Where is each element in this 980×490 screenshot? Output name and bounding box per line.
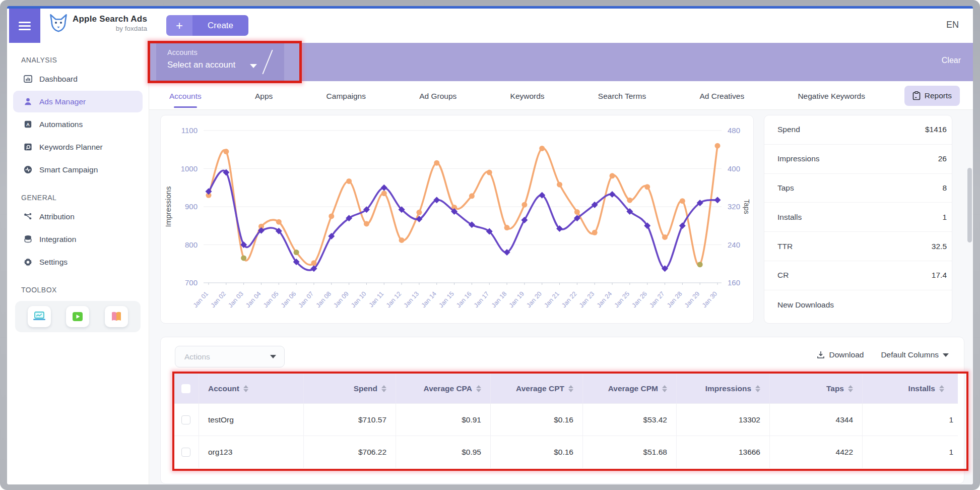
create-button[interactable]: + Create xyxy=(166,15,248,36)
tab-accounts[interactable]: Accounts xyxy=(167,83,204,108)
tab-apps[interactable]: Apps xyxy=(253,83,275,108)
marker-impressions[interactable] xyxy=(592,230,598,235)
sidebar-item-ads-manager[interactable]: Ads Manager xyxy=(13,91,143,112)
column-header-taps[interactable]: Taps xyxy=(770,374,863,403)
x-axis-tick-label: Jan 14 xyxy=(420,290,438,309)
x-axis-tick-label: Jan 03 xyxy=(227,290,245,309)
marker-taps[interactable] xyxy=(714,197,721,203)
right-axis-tick-label: 320 xyxy=(728,202,740,211)
sidebar-item-keywords-planner[interactable]: Keywords Planner xyxy=(13,136,143,158)
sidebar-item-settings[interactable]: Settings xyxy=(13,251,143,273)
tab-campaigns[interactable]: Campaigns xyxy=(324,83,368,108)
tab-search-terms[interactable]: Search Terms xyxy=(596,83,648,108)
stat-label: CR xyxy=(777,271,789,280)
tab-ad-creatives[interactable]: Ad Creatives xyxy=(697,83,746,108)
marker-impressions[interactable] xyxy=(399,237,405,243)
sort-icon[interactable] xyxy=(243,385,248,392)
marker-impressions[interactable] xyxy=(294,250,299,255)
sidebar-item-label: Ads Manager xyxy=(39,97,86,106)
marker-impressions[interactable] xyxy=(241,255,246,261)
x-axis-tick-label: Jan 26 xyxy=(630,290,648,309)
marker-impressions[interactable] xyxy=(680,198,685,204)
account-select-dropdown[interactable]: Accounts Select an account xyxy=(156,43,284,81)
marker-taps[interactable] xyxy=(679,222,686,229)
marker-impressions[interactable] xyxy=(416,210,422,215)
column-header-installs[interactable]: Installs xyxy=(863,374,953,403)
marker-impressions[interactable] xyxy=(346,178,352,184)
sidebar-item-smart-campaign[interactable]: Smart Campaign xyxy=(13,159,143,180)
sidebar-item-dashboard[interactable]: Dashboard xyxy=(13,68,143,90)
keywords-planner-icon xyxy=(23,142,33,152)
toolbox-laptop-chart-icon[interactable] xyxy=(28,306,51,327)
column-header-impressions[interactable]: Impressions xyxy=(677,374,770,403)
marker-impressions[interactable] xyxy=(329,213,334,219)
sidebar-item-integration[interactable]: Integration xyxy=(13,228,143,250)
toolbox-open-book-icon[interactable] xyxy=(105,306,128,327)
account-select-label: Accounts xyxy=(167,48,198,56)
select-all-checkbox[interactable] xyxy=(181,384,190,393)
sort-icon[interactable] xyxy=(755,385,760,392)
marker-impressions[interactable] xyxy=(697,262,703,267)
marker-impressions[interactable] xyxy=(574,209,580,215)
actions-dropdown[interactable]: Actions xyxy=(175,346,285,368)
x-axis-tick-label: Jan 10 xyxy=(350,290,368,309)
column-header-spend[interactable]: Spend xyxy=(304,374,396,403)
marker-impressions[interactable] xyxy=(715,143,721,149)
clear-button[interactable]: Clear xyxy=(942,56,961,65)
default-columns-dropdown[interactable]: Default Columns xyxy=(881,350,949,359)
row-checkbox[interactable] xyxy=(181,415,190,424)
stat-row-spend: Spend$1416 xyxy=(764,115,952,145)
sort-icon[interactable] xyxy=(939,385,944,392)
marker-impressions[interactable] xyxy=(539,146,545,151)
x-axis-tick-label: Jan 06 xyxy=(280,290,298,309)
sort-icon[interactable] xyxy=(476,385,481,392)
tab-keywords[interactable]: Keywords xyxy=(508,83,547,108)
marker-impressions[interactable] xyxy=(364,221,369,226)
marker-impressions[interactable] xyxy=(521,202,527,208)
x-axis-tick-label: Jan 12 xyxy=(385,290,403,309)
hamburger-menu-button[interactable] xyxy=(9,9,40,43)
marker-impressions[interactable] xyxy=(276,219,282,225)
x-axis-tick-label: Jan 21 xyxy=(543,290,561,309)
marker-impressions[interactable] xyxy=(487,170,492,175)
sidebar-section-title: GENERAL xyxy=(7,194,149,202)
column-header-account[interactable]: Account xyxy=(199,374,304,403)
row-checkbox[interactable] xyxy=(181,448,190,457)
sort-icon[interactable] xyxy=(662,385,667,392)
sort-icon[interactable] xyxy=(848,385,853,392)
sort-icon[interactable] xyxy=(568,385,573,392)
marker-impressions[interactable] xyxy=(557,182,562,188)
marker-impressions[interactable] xyxy=(662,234,668,240)
column-header-avg_cpm[interactable]: Average CPM xyxy=(583,374,677,403)
marker-impressions[interactable] xyxy=(311,260,316,266)
x-axis-tick-label: Jan 04 xyxy=(244,290,263,309)
language-switcher[interactable]: EN xyxy=(946,20,959,30)
tab-negative-keywords[interactable]: Negative Keywords xyxy=(796,83,867,108)
marker-impressions[interactable] xyxy=(504,225,510,230)
marker-impressions[interactable] xyxy=(469,193,475,199)
app-subtitle: by foxdata xyxy=(116,25,147,32)
download-button[interactable]: Download xyxy=(817,350,864,359)
column-header-avg_cpa[interactable]: Average CPA xyxy=(396,374,491,403)
reports-button[interactable]: Reports xyxy=(904,86,960,106)
toolbox-video-play-icon[interactable] xyxy=(66,306,89,327)
sidebar-item-label: Integration xyxy=(39,235,76,244)
app-window: Apple Search Ads by foxdata + Create EN … xyxy=(7,6,973,484)
reports-button-label: Reports xyxy=(925,91,952,100)
marker-impressions[interactable] xyxy=(627,198,632,203)
marker-impressions[interactable] xyxy=(610,173,615,178)
x-axis-tick-label: Jan 25 xyxy=(613,290,631,309)
marker-impressions[interactable] xyxy=(381,191,387,196)
marker-impressions[interactable] xyxy=(434,160,439,166)
account-select-value: Select an account xyxy=(167,60,235,70)
marker-taps[interactable] xyxy=(609,191,616,198)
column-header-avg_cpt[interactable]: Average CPT xyxy=(491,374,583,403)
vertical-scrollbar-thumb[interactable] xyxy=(967,168,972,242)
sidebar-item-automations[interactable]: AAutomations xyxy=(13,113,143,135)
tab-ad-groups[interactable]: Ad Groups xyxy=(417,83,459,108)
marker-taps[interactable] xyxy=(381,185,387,191)
sort-icon[interactable] xyxy=(381,385,386,392)
marker-impressions[interactable] xyxy=(223,149,229,154)
marker-impressions[interactable] xyxy=(644,184,650,190)
sidebar-item-attribution[interactable]: Attribution xyxy=(13,206,143,227)
